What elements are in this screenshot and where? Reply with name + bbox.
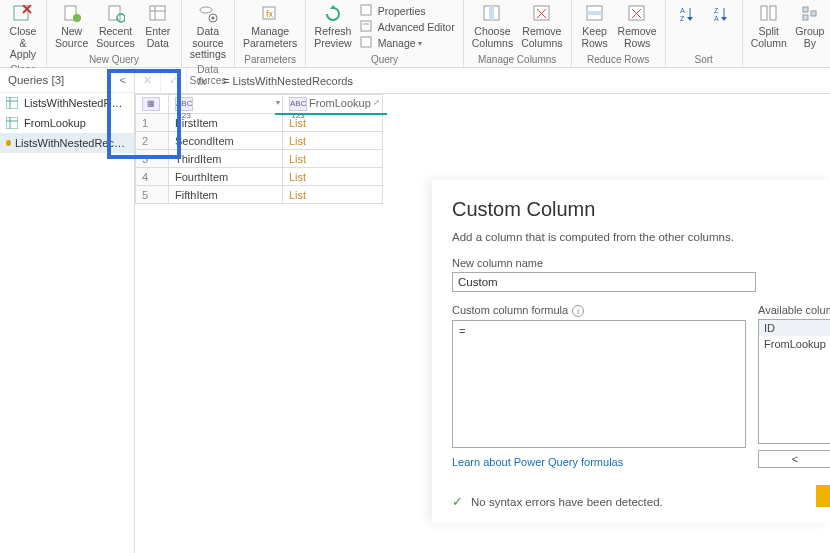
sort-asc-icon: AZ (674, 4, 700, 24)
svg-rect-51 (6, 97, 18, 109)
remove-rows-button[interactable]: RemoveRows (614, 2, 661, 51)
remove-columns-button[interactable]: RemoveColumns (517, 2, 566, 51)
advanced-editor-label: Advanced Editor (378, 21, 455, 33)
column-header-2[interactable]: ABC123FromLookup⤢ (283, 95, 383, 114)
ok-button[interactable] (816, 485, 830, 507)
group-label-parameters: Parameters (239, 53, 301, 65)
keep-rows-button[interactable]: KeepRows (576, 2, 614, 51)
close-apply-button[interactable]: Close &Apply (4, 2, 42, 63)
cell-link[interactable]: List (283, 150, 383, 168)
query-item-1[interactable]: FromLookup (0, 113, 134, 133)
refresh-preview-label: RefreshPreview (314, 26, 351, 49)
properties-label: Properties (378, 5, 426, 17)
group-label-sort: Sort (670, 53, 738, 65)
keep-rows-icon (582, 4, 608, 24)
ribbon-group-parameters: fx ManageParameters Parameters (235, 0, 306, 67)
svg-text:A: A (680, 7, 685, 14)
dialog-title: Custom Column (452, 198, 810, 221)
cell[interactable]: SecondItem (169, 132, 283, 150)
new-source-button[interactable]: NewSource (51, 2, 92, 51)
group-label-manage-columns: Manage Columns (468, 53, 567, 65)
formula-cancel-button[interactable]: ✕ (135, 68, 161, 94)
new-source-label: NewSource (55, 26, 88, 49)
table-row[interactable]: 5FifthItemList (136, 186, 383, 204)
svg-rect-21 (489, 6, 494, 20)
choose-columns-label: ChooseColumns (472, 26, 513, 49)
enter-data-label: EnterData (145, 26, 170, 49)
sort-asc-button[interactable]: AZ (670, 2, 704, 28)
choose-columns-button[interactable]: ChooseColumns (468, 2, 517, 51)
chevron-left-icon[interactable]: < (120, 74, 126, 86)
info-icon[interactable]: i (572, 305, 584, 317)
svg-text:A: A (714, 15, 719, 22)
recent-sources-label: RecentSources (96, 26, 135, 49)
learn-link[interactable]: Learn about Power Query formulas (452, 456, 623, 468)
advanced-editor-button[interactable]: Advanced Editor (358, 19, 457, 35)
refresh-preview-button[interactable]: RefreshPreview (310, 2, 355, 51)
row-number: 4 (136, 168, 169, 186)
manage-parameters-button[interactable]: fx ManageParameters (239, 2, 301, 51)
insert-column-button[interactable]: < (758, 450, 830, 468)
svg-text:Z: Z (680, 15, 685, 22)
query-item-0[interactable]: ListsWithNestedRecords (0, 93, 134, 113)
svg-text:Z: Z (714, 7, 719, 14)
svg-point-4 (73, 14, 81, 22)
cell[interactable]: FifthItem (169, 186, 283, 204)
properties-button[interactable]: Properties (358, 3, 457, 19)
group-label-transform: Transform (747, 53, 830, 65)
table-row[interactable]: 1FirstItemList (136, 114, 383, 132)
query-item-2[interactable]: ListsWithNestedRecords (2) (0, 133, 134, 153)
insert-button-label: < (792, 453, 798, 465)
check-icon: ✓ (452, 494, 463, 509)
column-header-1[interactable]: ABC123▾ (169, 95, 283, 114)
svg-rect-38 (761, 6, 767, 20)
formula-bar: ✕ ✓ fx = ListsWithNestedRecords (135, 68, 830, 94)
cell[interactable]: ThirdItem (169, 150, 283, 168)
svg-marker-15 (330, 5, 336, 9)
svg-rect-5 (109, 6, 120, 20)
available-column-item[interactable]: FromLookup (759, 336, 830, 352)
remove-columns-label: RemoveColumns (521, 26, 562, 49)
remove-rows-icon (624, 4, 650, 24)
query-item-label: ListsWithNestedRecords (2) (15, 137, 128, 149)
properties-icon (360, 4, 374, 18)
svg-point-10 (200, 7, 212, 13)
svg-rect-19 (361, 37, 371, 47)
new-column-name-input[interactable] (452, 272, 756, 292)
formula-text: = (459, 325, 465, 337)
split-column-button[interactable]: SplitColumn (747, 2, 791, 51)
ribbon-group-manage-columns: ChooseColumns RemoveColumns Manage Colum… (464, 0, 572, 67)
manage-label: Manage (378, 37, 416, 49)
advanced-editor-icon (360, 20, 374, 34)
custom-formula-input[interactable]: = (452, 320, 746, 448)
split-column-label: SplitColumn (751, 26, 787, 49)
table-row[interactable]: 3ThirdItemList (136, 150, 383, 168)
chevron-down-icon[interactable]: ▾ (276, 98, 280, 107)
available-column-item[interactable]: ID (759, 320, 830, 336)
table-row[interactable]: 4FourthItemList (136, 168, 383, 186)
cell-link[interactable]: List (283, 186, 383, 204)
recent-sources-button[interactable]: RecentSources (92, 2, 139, 51)
cell-link[interactable]: List (283, 132, 383, 150)
custom-column-dialog: Custom Column Add a column that is compu… (432, 180, 830, 523)
manage-button[interactable]: Manage▾ (358, 35, 457, 51)
fx-icon[interactable]: fx (187, 75, 217, 87)
manage-icon (360, 36, 374, 50)
grid-corner[interactable]: ▦ (136, 95, 169, 114)
table-row[interactable]: 2SecondItemList (136, 132, 383, 150)
svg-rect-42 (811, 11, 816, 16)
query-item-label: ListsWithNestedRecords (24, 97, 128, 109)
sort-desc-button[interactable]: ZA (704, 2, 738, 28)
group-by-icon (797, 4, 823, 24)
sort-desc-icon: ZA (708, 4, 734, 24)
cell[interactable]: FourthItem (169, 168, 283, 186)
formula-bar-text[interactable]: = ListsWithNestedRecords (217, 75, 830, 87)
data-source-settings-button[interactable]: Data sourcesettings (186, 2, 230, 63)
cell-link[interactable]: List (283, 168, 383, 186)
keep-rows-label: KeepRows (581, 26, 607, 49)
formula-commit-button[interactable]: ✓ (161, 68, 187, 94)
group-by-button[interactable]: GroupBy (791, 2, 829, 51)
enter-data-button[interactable]: EnterData (139, 2, 177, 51)
expand-icon[interactable]: ⤢ (373, 98, 380, 107)
available-columns-list[interactable]: ID FromLookup (758, 319, 830, 444)
